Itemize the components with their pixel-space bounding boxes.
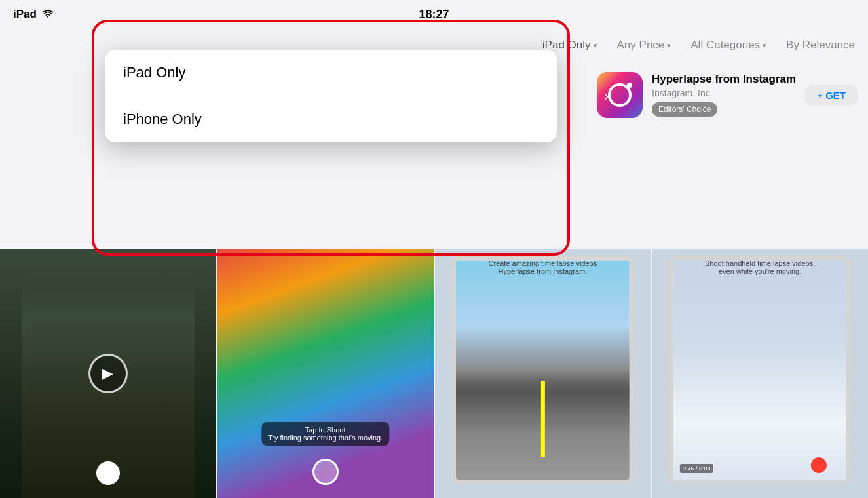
svg-text:×: × (603, 88, 612, 105)
chevron-down-icon: ▾ (594, 41, 597, 50)
filter-sort-label: By Relevance (786, 39, 855, 52)
wifi-icon (42, 9, 54, 20)
app-developer: Instagram, Inc. (652, 88, 796, 98)
record-dot (96, 461, 120, 485)
filter-price[interactable]: Any Price ▾ (617, 39, 671, 52)
road-line (540, 381, 544, 457)
svg-point-2 (627, 83, 632, 88)
editors-choice-badge: Editors' Choice (652, 102, 717, 117)
record-dot-red (811, 457, 827, 473)
app-icon: × (597, 72, 643, 118)
status-left: iPad (13, 8, 54, 21)
screenshot-1[interactable]: ▶ (0, 249, 216, 498)
ss2-caption: Tap to ShootTry finding something that's… (261, 422, 389, 446)
screenshot-gallery: ▶ Tap to ShootTry finding something that… (0, 249, 868, 498)
chevron-down-icon: ▾ (763, 41, 766, 50)
road-screen (456, 261, 629, 480)
status-time: 18:27 (419, 8, 449, 22)
app-info: Hyperlapse from Instagram Instagram, Inc… (652, 72, 796, 117)
filter-categories[interactable]: All Categories ▾ (690, 39, 766, 52)
ipad-frame-2: 0:45 / 0:08 (668, 256, 852, 485)
ss3-caption: Create amazing time lapse videosHyperlap… (435, 257, 651, 278)
chevron-down-icon: ▾ (667, 41, 671, 50)
screenshot-4[interactable]: 0:45 / 0:08 Shoot handheld time lapse vi… (652, 249, 868, 498)
get-button-prefix: + (817, 90, 825, 101)
screenshot-2[interactable]: Tap to ShootTry finding something that's… (217, 249, 434, 498)
screenshot-3[interactable]: Create amazing time lapse videosHyperlap… (435, 249, 651, 498)
device-label: iPad (13, 8, 37, 21)
filter-price-label: Any Price (617, 39, 665, 52)
filter-sort[interactable]: By Relevance (786, 39, 855, 52)
app-card: × Hyperlapse from Instagram Instagram, I… (586, 62, 868, 128)
status-bar: iPad 18:27 (0, 0, 868, 29)
app-title: Hyperlapse from Instagram (652, 72, 796, 86)
dropdown-item-iphone-only[interactable]: iPhone Only (105, 96, 557, 142)
filter-categories-label: All Categories (690, 39, 760, 52)
sky-screen: 0:45 / 0:08 (673, 261, 846, 480)
filter-device[interactable]: iPad Only ▾ (542, 39, 597, 52)
get-button-label: GET (825, 90, 846, 101)
dropdown-item-ipad-only[interactable]: iPad Only (105, 50, 557, 96)
record-dot-2 (312, 459, 339, 485)
time-badge: 0:45 / 0:08 (680, 464, 713, 473)
get-button[interactable]: + GET (805, 85, 858, 106)
ipad-frame-1 (451, 256, 634, 485)
play-button[interactable]: ▶ (88, 354, 128, 393)
ss4-caption: Shoot handheld time lapse videos,even wh… (652, 257, 868, 278)
device-dropdown: iPad Only iPhone Only (105, 50, 557, 142)
